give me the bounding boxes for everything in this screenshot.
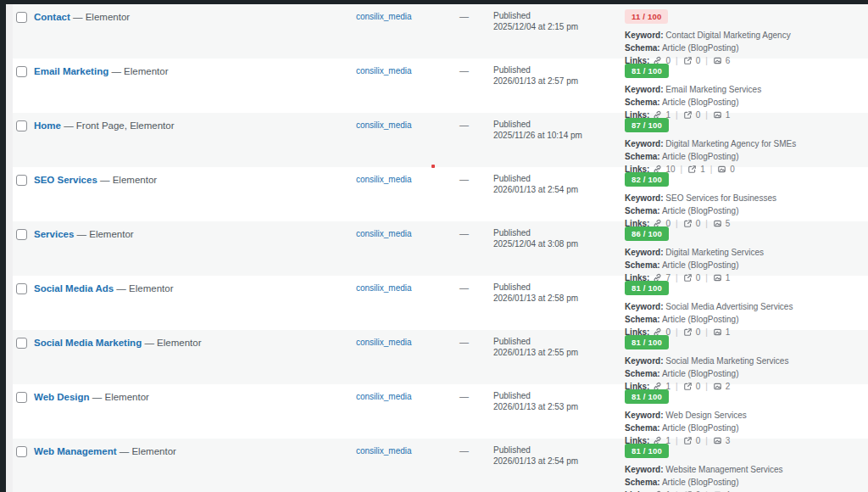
post-state-label: — Elementor [74, 229, 133, 239]
publish-status: Published [493, 282, 625, 294]
keyword-value: Social Media Marketing Services [665, 356, 788, 366]
date-cell: Published 2026/01/13 at 2:57 pm [493, 59, 625, 120]
seo-cell: 81 / 100 Keyword: Website Management Ser… [625, 439, 868, 492]
page-title-link[interactable]: Home [34, 120, 61, 131]
schema-label: Schema: [625, 43, 660, 53]
page-title-link[interactable]: Social Media Marketing [34, 338, 142, 348]
author-cell: consilix_media [356, 221, 458, 283]
publish-status: Published [493, 391, 625, 402]
seo-cell: 81 / 100 Keyword: Social Media Marketing… [625, 330, 868, 392]
checkbox-cell [13, 276, 34, 338]
seo-score-badge: 81 / 100 [625, 281, 669, 295]
keyword-label: Keyword: [625, 85, 664, 94]
publish-status: Published [493, 11, 625, 22]
schema-label: Schema: [625, 478, 660, 487]
title-cell: Contact — Elementor [34, 4, 356, 66]
seo-schema-line: Schema: Article (BlogPosting) [625, 260, 868, 271]
keyword-value: Contact Digital Marketing Agency [665, 31, 790, 40]
content-gutter [6, 4, 13, 492]
author-link[interactable]: consilix_media [356, 120, 412, 130]
table-row: Services — Elementor consilix_media — Pu… [13, 221, 868, 276]
author-cell: consilix_media [356, 276, 458, 338]
comments-cell: — [458, 221, 493, 283]
seo-schema-line: Schema: Article (BlogPosting) [625, 205, 868, 216]
page-title-link[interactable]: Contact [34, 12, 70, 22]
checkbox-cell [13, 167, 34, 229]
comments-cell: — [458, 4, 493, 66]
pages-list-table: Contact — Elementor consilix_media — Pub… [13, 4, 868, 492]
title-cell: Email Marketing — Elementor [34, 59, 356, 120]
author-link[interactable]: consilix_media [356, 12, 412, 21]
keyword-label: Keyword: [625, 31, 664, 40]
title-cell: Home — Front Page, Elementor [34, 113, 356, 175]
row-select-checkbox[interactable] [16, 175, 27, 186]
author-cell: consilix_media [356, 4, 458, 66]
page-title-link[interactable]: Social Media Ads [34, 283, 114, 294]
keyword-value: SEO Services for Businesses [665, 193, 776, 203]
row-select-checkbox[interactable] [16, 12, 27, 23]
publish-date: 2026/01/13 at 2:53 pm [493, 402, 625, 413]
seo-keyword-line: Keyword: Social Media Advertising Servic… [625, 301, 868, 312]
checkbox-cell [13, 439, 34, 492]
keyword-label: Keyword: [625, 465, 664, 474]
checkbox-cell [13, 330, 34, 392]
row-select-checkbox[interactable] [16, 283, 27, 294]
pages-table-body: Contact — Elementor consilix_media — Pub… [13, 4, 868, 492]
page-title-link[interactable]: Web Management [34, 446, 117, 456]
row-select-checkbox[interactable] [16, 392, 27, 403]
seo-cell: 11 / 100 Keyword: Contact Digital Market… [625, 4, 868, 66]
post-state-label: — Front Page, Elementor [61, 120, 175, 131]
title-cell: Social Media Marketing — Elementor [34, 330, 356, 392]
publish-status: Published [493, 174, 625, 185]
comments-cell: — [458, 439, 493, 492]
page-title-link[interactable]: SEO Services [34, 175, 97, 185]
post-state-label: — Elementor [108, 66, 168, 76]
checkbox-cell [13, 221, 34, 283]
row-select-checkbox[interactable] [16, 446, 27, 457]
row-select-checkbox[interactable] [16, 229, 27, 240]
author-link[interactable]: consilix_media [356, 392, 412, 401]
page-title-link[interactable]: Email Marketing [34, 66, 108, 76]
keyword-value: Website Management Services [665, 465, 782, 474]
publish-date: 2026/01/13 at 2:54 pm [493, 185, 625, 196]
comments-cell: — [458, 276, 493, 338]
author-link[interactable]: consilix_media [356, 66, 412, 75]
checkbox-cell [13, 4, 34, 66]
page-title-link[interactable]: Services [34, 229, 74, 239]
schema-label: Schema: [625, 260, 660, 270]
seo-score-badge: 81 / 100 [625, 64, 669, 78]
table-row: Email Marketing — Elementor consilix_med… [13, 59, 868, 113]
table-row: Contact — Elementor consilix_media — Pub… [13, 4, 868, 59]
date-cell: Published 2026/01/13 at 2:58 pm [493, 276, 625, 338]
schema-label: Schema: [625, 98, 660, 107]
table-row: SEO Services — Elementor consilix_media … [13, 167, 868, 221]
author-link[interactable]: consilix_media [356, 283, 412, 293]
author-link[interactable]: consilix_media [356, 229, 412, 238]
author-link[interactable]: consilix_media [356, 338, 412, 347]
row-select-checkbox[interactable] [16, 66, 27, 77]
schema-value: Article (BlogPosting) [662, 423, 739, 433]
seo-cell: 81 / 100 Keyword: Web Design Services Sc… [625, 384, 868, 446]
date-cell: Published 2026/01/13 at 2:54 pm [493, 167, 625, 229]
keyword-label: Keyword: [625, 139, 664, 148]
table-row: Social Media Marketing — Elementor consi… [13, 330, 868, 384]
date-cell: Published 2025/12/04 at 3:08 pm [493, 221, 625, 283]
author-link[interactable]: consilix_media [356, 446, 412, 456]
author-link[interactable]: consilix_media [356, 175, 412, 184]
page-title-link[interactable]: Web Design [34, 392, 90, 402]
seo-schema-line: Schema: Article (BlogPosting) [625, 477, 868, 488]
keyword-label: Keyword: [625, 356, 664, 366]
admin-top-bar [0, 0, 868, 4]
row-select-checkbox[interactable] [16, 338, 27, 349]
row-select-checkbox[interactable] [16, 120, 27, 131]
seo-score-badge: 82 / 100 [625, 172, 669, 187]
schema-label: Schema: [625, 206, 660, 215]
author-cell: consilix_media [356, 439, 458, 492]
publish-date: 2026/01/13 at 2:58 pm [493, 294, 625, 305]
seo-score-badge: 86 / 100 [625, 226, 669, 241]
schema-value: Article (BlogPosting) [662, 206, 739, 215]
comments-cell: — [458, 330, 493, 392]
seo-keyword-line: Keyword: Email Marketing Services [625, 84, 868, 95]
schema-value: Article (BlogPosting) [662, 478, 739, 487]
seo-keyword-line: Keyword: Social Media Marketing Services [625, 355, 868, 366]
